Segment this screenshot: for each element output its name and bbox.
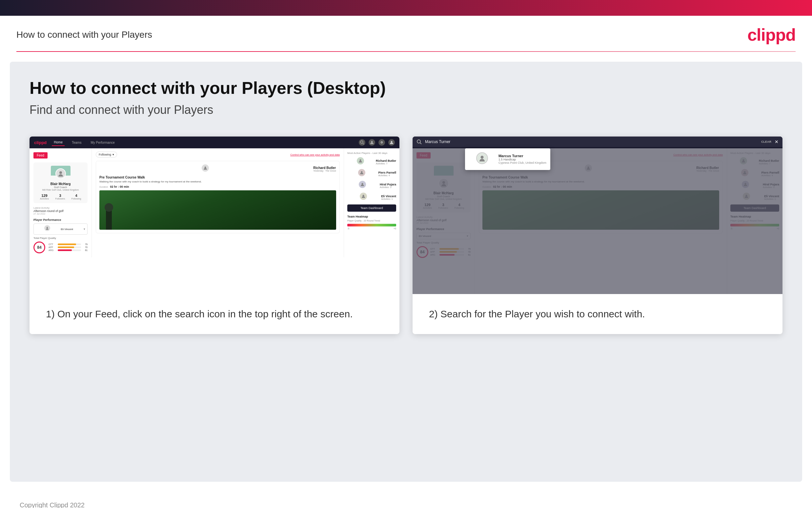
footer: Copyright Clippd 2022 [0, 492, 812, 508]
player-item-3: Hiral Pujara Activities: 3 [347, 181, 396, 190]
logo: clippd [748, 25, 796, 45]
stat-activities: 129 Activities [40, 194, 49, 200]
top-bar [0, 0, 812, 16]
main-title: How to connect with your Players (Deskto… [30, 78, 782, 98]
profile-stats: 129 Activities 3 Followers 4 Following [37, 194, 84, 200]
search-icon[interactable] [359, 139, 365, 146]
app-navbar-1: clippd Home Teams My Performance [30, 136, 399, 148]
search-result-location: Cypress Point Club, United Kingdom [498, 161, 546, 164]
screenshot-2: clippd Home Teams My Performance [413, 136, 782, 334]
player-selector[interactable]: Eli Vincent ▾ [34, 223, 88, 235]
player-item-1: Richard Butler Activities: 7 [347, 157, 396, 166]
activity-image [99, 190, 336, 230]
settings-icon[interactable]: ⚙ [378, 139, 385, 146]
search-result-dropdown: Marcus Turner 1.5 Handicap Cypress Point… [465, 148, 550, 170]
following-button[interactable]: Following ▾ [96, 152, 117, 158]
heatmap-label-min: -5 [347, 227, 349, 230]
svg-line-22 [420, 143, 421, 144]
heatmap-title: Team Heatmap [347, 215, 396, 218]
activity-user-name: Richard Butler [313, 166, 336, 170]
heatmap-bar [347, 224, 396, 226]
stat-bars: OTT 79 APP 70 [49, 243, 88, 252]
svg-point-21 [417, 140, 420, 143]
profile-club: Mill Ride Golf Club, United Kingdom [37, 189, 84, 191]
duration-row: Duration 02 hr : 00 min [99, 185, 336, 188]
main-content: How to connect with your Players (Deskto… [10, 62, 802, 482]
step-2-text: 2) Search for the Player you wish to con… [429, 307, 766, 321]
svg-point-10 [363, 195, 364, 197]
nav-icons: ⚙ [359, 139, 395, 146]
svg-point-7 [360, 160, 362, 161]
player-1-avatar [357, 157, 364, 164]
activity-user: Richard Butler Yesterday · The Grove [99, 164, 336, 174]
feed-tab[interactable]: Feed [34, 152, 48, 159]
selected-player: Eli Vincent [61, 228, 73, 231]
player-performance-section: Player Performance Eli Vincent ▾ Total P… [34, 218, 88, 253]
activity-user-sub: Yesterday · The Grove [313, 170, 336, 172]
nav-teams[interactable]: Teams [70, 139, 83, 146]
search-result-name: Marcus Turner [498, 154, 546, 158]
svg-point-3 [391, 141, 392, 143]
player-3-avatar [359, 181, 366, 188]
bar-app: APP 70 [49, 246, 88, 248]
profile-card: Blair McHarg Golf Coach Mill Ride Golf C… [34, 162, 88, 203]
svg-point-6 [205, 167, 206, 168]
stat-following: 4 Following [71, 194, 81, 200]
heatmap-labels: -5 +5 [347, 227, 396, 230]
player-4-avatar [360, 193, 367, 200]
blur-overlay [413, 148, 782, 294]
right-panel-1: Most Active Players - Last 30 days Richa… [344, 148, 399, 257]
player-item-4: Eli Vincent Activities: 1 [347, 193, 396, 202]
nav-home[interactable]: Home [52, 139, 64, 146]
screenshot-1: clippd Home Teams My Performance [30, 136, 399, 334]
header-divider [16, 51, 796, 52]
dropdown-arrow[interactable]: ▾ [84, 227, 85, 231]
step-1-desc: 1) On your Feed, click on the search ico… [30, 294, 399, 334]
bar-ott: OTT 79 [49, 243, 88, 246]
latest-activity: Latest Activity Afternoon round of golf … [34, 206, 88, 215]
copyright: Copyright Clippd 2022 [20, 501, 85, 508]
activity-card: Richard Butler Yesterday · The Grove Pre… [96, 161, 340, 233]
search-icon-overlay [417, 139, 422, 144]
svg-point-9 [362, 183, 363, 185]
team-dashboard-button[interactable]: Team Dashboard [347, 205, 396, 212]
search-bar-overlay: CLEAR ✕ [413, 136, 782, 147]
nav-my-performance[interactable]: My Performance [89, 139, 116, 146]
svg-point-4 [59, 171, 62, 174]
svg-point-0 [361, 141, 363, 143]
app-logo-1: clippd [34, 140, 47, 145]
bar-arg: ARG 61 [49, 249, 88, 251]
search-result-avatar [476, 152, 488, 164]
heatmap-label-max: +5 [393, 227, 396, 230]
activity-title: Pre Tournament Course Walk [99, 176, 336, 179]
control-link[interactable]: Control who can see your activity and da… [290, 153, 340, 156]
player-2-avatar [358, 169, 365, 176]
profile-role: Golf Coach [37, 186, 84, 189]
avatar-icon[interactable] [388, 139, 395, 146]
search-input-overlay[interactable] [425, 139, 758, 144]
left-panel-1: Feed [30, 148, 92, 257]
page-title: How to connect with your Players [16, 30, 152, 40]
svg-point-23 [480, 156, 483, 159]
app-ui-2: clippd Home Teams My Performance [413, 136, 782, 294]
svg-point-2 [371, 141, 373, 143]
following-row: Following ▾ Control who can see your act… [96, 152, 340, 158]
svg-point-5 [47, 227, 48, 228]
app-body-1: Feed [30, 148, 399, 257]
heatmap-section: Team Heatmap Player Quality - 20 Round T… [347, 215, 396, 230]
stat-followers: 3 Followers [55, 194, 65, 200]
user-avatar [202, 164, 209, 172]
screenshots-row: clippd Home Teams My Performance [30, 136, 782, 334]
duration-val: 02 hr : 00 min [110, 185, 129, 188]
search-result-item[interactable]: Marcus Turner 1.5 Handicap Cypress Point… [469, 152, 546, 166]
svg-point-8 [361, 171, 363, 173]
close-button[interactable]: ✕ [775, 139, 778, 144]
people-icon[interactable] [369, 139, 375, 146]
player-avatar [44, 225, 50, 231]
clear-button[interactable]: CLEAR [761, 140, 771, 143]
center-feed-1: Following ▾ Control who can see your act… [92, 148, 344, 257]
tpq-score: 84 [34, 242, 45, 253]
app-ui-1: clippd Home Teams My Performance [30, 136, 399, 294]
dropdown-arrow-following: ▾ [112, 153, 114, 156]
most-active-title: Most Active Players - Last 30 days [347, 152, 396, 155]
